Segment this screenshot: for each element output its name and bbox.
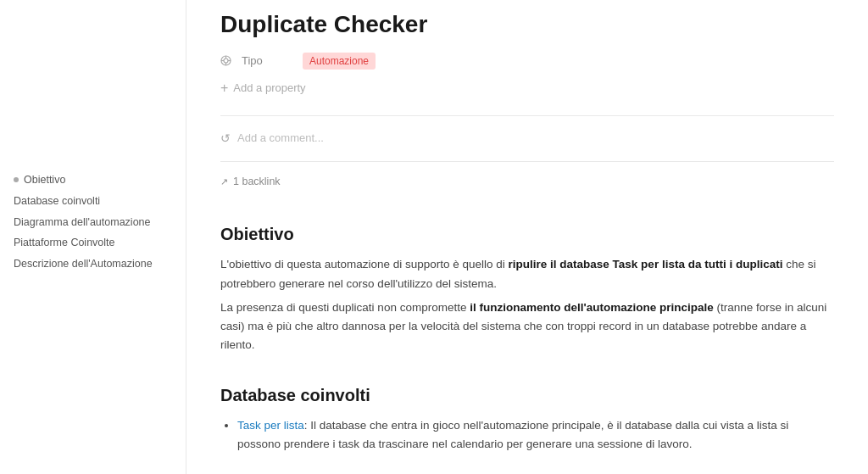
sidebar-dot — [14, 177, 19, 182]
target-icon — [220, 55, 231, 66]
obiettivo-paragraph2: La presenza di questi duplicati non comp… — [220, 298, 834, 355]
plus-icon: + — [220, 78, 228, 98]
database-bullet1: Task per lista: Il database che entra in… — [237, 416, 834, 454]
section-database: Database coinvolti Task per lista: Il da… — [220, 382, 834, 454]
sidebar-item-database[interactable]: Database coinvolti — [14, 191, 172, 212]
main-content: Duplicate Checker Tipo Automazione + Add… — [186, 0, 868, 474]
section-obiettivo: Obiettivo L'obiettivo di questa automazi… — [220, 221, 834, 354]
sidebar-item-piattaforme[interactable]: Piattaforme Coinvolte — [14, 232, 172, 254]
obiettivo-paragraph1: L'obiettivo di questa automazione di sup… — [220, 255, 834, 293]
obiettivo-bold2: il funzionamento dell'automazione princi… — [470, 301, 714, 314]
page-title: Duplicate Checker — [220, 10, 834, 39]
obiettivo-heading: Obiettivo — [220, 221, 834, 247]
add-property-button[interactable]: + Add a property — [220, 75, 834, 102]
comment-icon: ↺ — [220, 130, 231, 148]
backlink-icon: ↗ — [220, 175, 228, 189]
sidebar-item-descrizione[interactable]: Descrizione dell'Automazione — [14, 254, 172, 275]
comment-input-row[interactable]: ↺ Add a comment... — [220, 123, 834, 154]
svg-point-1 — [224, 59, 228, 63]
backlink-row[interactable]: ↗ 1 backlink — [220, 169, 834, 195]
sidebar-item-obiettivo[interactable]: Obiettivo — [14, 170, 172, 191]
sidebar: Obiettivo Database coinvolti Diagramma d… — [0, 0, 186, 474]
database-list: Task per lista: Il database che entra in… — [237, 416, 834, 454]
sidebar-item-diagramma[interactable]: Diagramma dell'automazione — [14, 212, 172, 233]
divider-2 — [220, 161, 834, 162]
obiettivo-bold1: ripulire il database Task per lista da t… — [509, 258, 783, 270]
database-bullet1-label[interactable]: Task per lista — [237, 419, 304, 432]
type-badge[interactable]: Automazione — [303, 53, 376, 70]
property-row: Tipo Automazione — [220, 53, 834, 70]
database-heading: Database coinvolti — [220, 382, 834, 408]
divider-1 — [220, 115, 834, 116]
comment-placeholder[interactable]: Add a comment... — [237, 130, 324, 147]
property-label: Tipo — [242, 53, 292, 70]
